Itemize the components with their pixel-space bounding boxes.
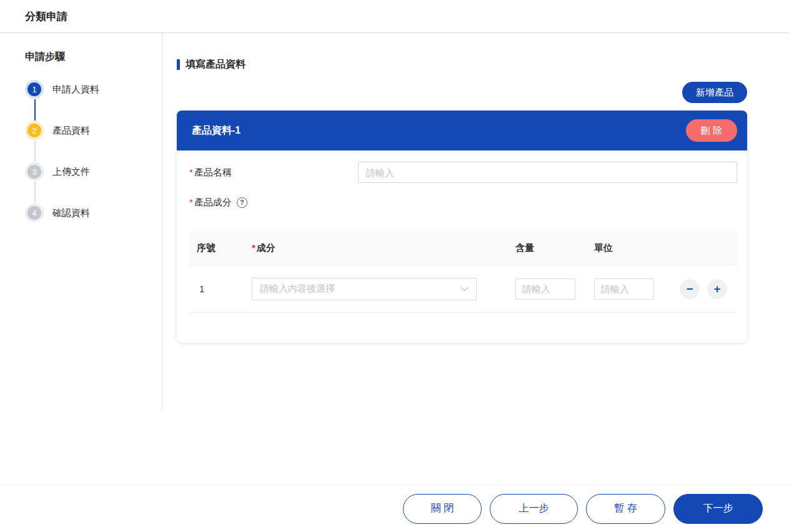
- step-connector: [34, 182, 36, 203]
- step-1-label: 申請人資料: [52, 84, 99, 96]
- ingredient-row-index: 1: [189, 283, 246, 294]
- step-2-badge: 2: [27, 124, 41, 137]
- row-actions-cell: − +: [667, 279, 737, 299]
- step-4-label: 確認資料: [52, 207, 90, 219]
- previous-step-button[interactable]: 上一步: [490, 494, 578, 524]
- section-title-accent-bar: [177, 59, 180, 70]
- ingredients-label-row: *產品成分 ?: [189, 197, 737, 208]
- add-product-row: 新增產品: [177, 82, 747, 103]
- step-connector: [34, 140, 36, 162]
- page-title: 分類申請: [25, 9, 67, 24]
- unit-input[interactable]: [594, 278, 654, 300]
- step-confirm-info[interactable]: 4 確認資料: [25, 206, 162, 220]
- product-card-body: *產品名稱 *產品成分 ? 序號 *成分 含量 單位: [177, 150, 747, 343]
- step-3-label: 上傳文件: [52, 166, 90, 178]
- ingredient-row: 1 請輸入內容後選擇: [189, 265, 737, 313]
- step-applicant-info[interactable]: 1 申請人資料: [25, 82, 162, 96]
- help-icon[interactable]: ?: [237, 197, 247, 208]
- save-draft-button[interactable]: 暫 存: [586, 494, 665, 524]
- page-header: 分類申請: [0, 0, 789, 33]
- step-4-badge: 4: [27, 206, 41, 220]
- step-upload-files[interactable]: 3 上傳文件: [25, 165, 162, 179]
- required-mark: *: [252, 242, 256, 253]
- product-name-label: *產品名稱: [189, 162, 358, 183]
- column-header-index: 序號: [189, 242, 246, 254]
- main-panel: 填寫產品資料 新增產品 產品資料-1 刪 除 *產品名稱 *產品成分: [162, 33, 789, 411]
- step-2-label: 產品資料: [52, 125, 90, 137]
- steps-sidebar-title: 申請步驟: [25, 51, 162, 64]
- amount-cell: [508, 278, 588, 300]
- ingredients-label: *產品成分: [189, 197, 232, 208]
- section-title: 填寫產品資料: [186, 58, 246, 71]
- column-header-amount: 含量: [508, 242, 588, 254]
- chevron-down-icon: [460, 287, 469, 292]
- steps-sidebar: 申請步驟 1 申請人資料 2 產品資料 3 上傳文件 4 確認資料: [0, 33, 162, 411]
- product-card-header: 產品資料-1 刪 除: [177, 111, 747, 150]
- step-connector: [34, 99, 36, 121]
- next-step-button[interactable]: 下一步: [673, 494, 763, 524]
- ingredient-select-cell: 請輸入內容後選擇: [246, 278, 508, 300]
- column-header-ingredient: *成分: [246, 242, 508, 254]
- required-mark: *: [189, 167, 193, 177]
- classification-application-page: 分類申請 申請步驟 1 申請人資料 2 產品資料 3 上傳文件 4 確認資料: [0, 0, 789, 532]
- add-product-button[interactable]: 新增產品: [682, 82, 747, 103]
- product-card: 產品資料-1 刪 除 *產品名稱 *產品成分 ? 序號: [177, 111, 747, 343]
- column-header-unit: 單位: [588, 242, 667, 254]
- remove-ingredient-button[interactable]: −: [680, 279, 700, 299]
- step-3-badge: 3: [27, 165, 41, 179]
- ingredients-table-header: 序號 *成分 含量 單位: [189, 232, 737, 265]
- unit-cell: [588, 278, 667, 300]
- ingredient-select[interactable]: 請輸入內容後選擇: [252, 278, 477, 300]
- close-button[interactable]: 關 閉: [403, 494, 482, 524]
- product-name-field-row: *產品名稱: [189, 162, 737, 183]
- product-name-input[interactable]: [358, 162, 737, 183]
- delete-product-button[interactable]: 刪 除: [686, 119, 737, 142]
- section-title-row: 填寫產品資料: [177, 58, 747, 71]
- footer-action-bar: 關 閉 上一步 暫 存 下一步: [0, 485, 789, 532]
- step-product-info[interactable]: 2 產品資料: [25, 124, 162, 137]
- amount-input[interactable]: [515, 278, 575, 300]
- step-1-badge: 1: [27, 82, 41, 96]
- product-card-title: 產品資料-1: [192, 124, 241, 137]
- required-mark: *: [189, 197, 193, 207]
- content-area: 申請步驟 1 申請人資料 2 產品資料 3 上傳文件 4 確認資料: [0, 33, 789, 411]
- add-ingredient-button[interactable]: +: [707, 279, 727, 299]
- ingredients-table: 序號 *成分 含量 單位 1 請輸入內容後選擇: [189, 232, 737, 313]
- ingredient-select-placeholder: 請輸入內容後選擇: [260, 283, 335, 295]
